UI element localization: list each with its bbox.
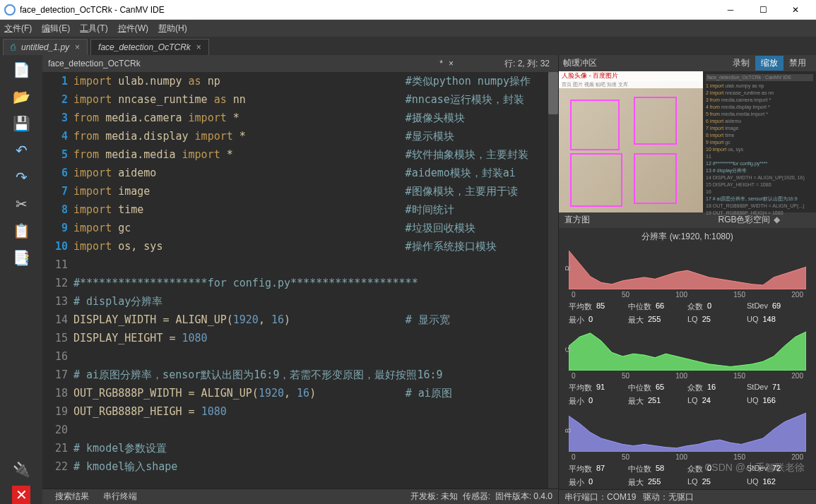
status-board: 开发板: 未知 xyxy=(410,491,458,503)
minimize-button[interactable]: ─ xyxy=(714,0,747,20)
tab-label: untitled_1.py xyxy=(21,42,69,52)
window-title: face_detection_OcTCRk - CanMV IDE xyxy=(20,5,714,15)
close-tab-icon[interactable]: × xyxy=(196,42,201,52)
fb-miniview: face_detection_OcTCRk · CanMV IDE 1 impo… xyxy=(703,71,816,212)
menu-widgets[interactable]: 控件(W) xyxy=(118,23,148,35)
tab-search-results[interactable]: 搜索结果 xyxy=(48,489,96,504)
code-editor[interactable]: 1import ulab.numpy as np #类似python numpy… xyxy=(42,72,558,488)
titlebar: face_detection_OcTCRk - CanMV IDE ─ ☐ ✕ xyxy=(0,0,816,20)
tab-untitled[interactable]: ⎙ untitled_1.py × xyxy=(3,39,88,55)
connect-icon[interactable]: 🔌 xyxy=(11,459,32,480)
dirty-marker: * xyxy=(439,59,443,68)
right-status: 串行端口：COM19 驱动：无驱口 xyxy=(559,489,816,504)
tab-label: face_detection_OcTCRk xyxy=(98,42,191,52)
doc-tabs: ⎙ untitled_1.py × face_detection_OcTCRk … xyxy=(0,37,816,55)
python-icon: ⎙ xyxy=(11,42,16,52)
close-tab-icon[interactable]: × xyxy=(75,42,80,52)
menubar: 文件(F) 编辑(E) 工具(T) 控件(W) 帮助(H) xyxy=(0,20,816,37)
close-file-icon[interactable]: × xyxy=(449,59,454,68)
status-sensor: 传感器: xyxy=(463,491,490,503)
new-file-icon[interactable]: 📄 xyxy=(11,59,32,80)
tab-facedetection[interactable]: face_detection_OcTCRk × xyxy=(90,39,209,55)
fb-banner: 人脸头像 - 百度图片 xyxy=(559,71,703,81)
cut-icon[interactable]: ✂ xyxy=(11,193,32,215)
redo-icon[interactable]: ↷ xyxy=(11,167,32,188)
left-sidebar: 📄 📂 💾 ↶ ↷ ✂ 📋 📑 🔌 ✕ xyxy=(0,55,42,504)
status-firmware: 固件版本: 0.4.0 xyxy=(495,491,552,503)
paste-icon[interactable]: 📑 xyxy=(11,247,32,268)
save-icon[interactable]: 💾 xyxy=(11,113,32,134)
menu-file[interactable]: 文件(F) xyxy=(4,23,32,35)
framebuffer-label: 帧缓冲区 xyxy=(563,57,727,69)
cursor-position: 行: 2, 列: 32 xyxy=(459,55,558,72)
menu-help[interactable]: 帮助(H) xyxy=(158,23,187,35)
framebuffer-header: 帧缓冲区 录制 缩放 禁用 xyxy=(559,55,816,71)
scrollbar[interactable] xyxy=(548,72,558,488)
histogram-label: 直方图 xyxy=(564,214,687,226)
record-button[interactable]: 录制 xyxy=(727,56,755,71)
menu-edit[interactable]: 编辑(E) xyxy=(42,23,70,35)
open-file-icon[interactable]: 📂 xyxy=(11,86,32,107)
menu-tools[interactable]: 工具(T) xyxy=(80,23,107,35)
resolution-label: 分辨率 (w:1920, h:1080) xyxy=(559,228,816,246)
tab-serial-terminal[interactable]: 串行终端 xyxy=(96,489,144,504)
close-button[interactable]: ✕ xyxy=(779,0,812,20)
undo-icon[interactable]: ↶ xyxy=(11,140,32,161)
maximize-button[interactable]: ☐ xyxy=(747,0,779,20)
current-file-name: face_detection_OcTCRk xyxy=(48,59,434,68)
app-icon xyxy=(4,4,16,16)
copy-icon[interactable]: 📋 xyxy=(11,220,32,241)
fb-nav: 首页 图片 视频 贴吧 知道 文库 xyxy=(559,81,703,88)
framebuffer-view[interactable]: 人脸头像 - 百度图片 首页 图片 视频 贴吧 知道 文库 face_detec… xyxy=(559,71,816,212)
status-serial: 串行端口：COM19 xyxy=(564,491,636,503)
status-drive: 驱动：无驱口 xyxy=(643,491,694,503)
stop-icon[interactable]: ✕ xyxy=(12,486,30,504)
bottom-bar: 搜索结果 串行终端 开发板: 未知 传感器: 固件版本: 0.4.0 xyxy=(42,488,558,504)
disable-button[interactable]: 禁用 xyxy=(784,56,812,71)
zoom-button[interactable]: 缩放 xyxy=(755,56,784,71)
file-header: face_detection_OcTCRk * × xyxy=(42,55,459,72)
